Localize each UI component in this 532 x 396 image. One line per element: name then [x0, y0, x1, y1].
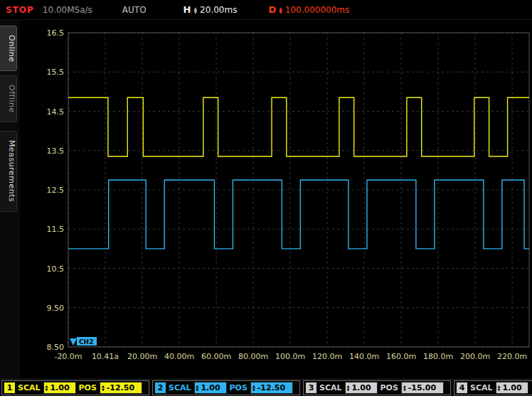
channel-2-badge[interactable]: 2 — [155, 382, 166, 393]
ch2-marker-label[interactable]: CH2 — [79, 338, 93, 346]
channel-3-scale-label: SCAL — [319, 383, 342, 392]
y-axis-tick-label: 15.5 — [47, 68, 65, 77]
delay-value[interactable]: 100.000000ms — [285, 5, 349, 15]
up-down-arrows-icon[interactable]: ▲▼ — [498, 385, 501, 391]
x-axis-tick-label: 220.0m — [497, 352, 527, 361]
up-down-arrows-icon[interactable]: ▲▼ — [252, 385, 255, 391]
up-down-arrows-icon[interactable]: ▲ ▼ — [279, 6, 282, 14]
y-axis-tick-label: 13.5 — [47, 146, 65, 156]
channel-4-scale-label: SCAL — [470, 383, 493, 392]
horizontal-timebase-control[interactable]: H ▲ ▼ 20.00ms — [183, 4, 238, 15]
tab-online[interactable]: Online — [0, 26, 17, 71]
trigger-mode: AUTO — [122, 5, 147, 15]
spin-down-icon[interactable]: ▼ — [102, 388, 105, 392]
up-down-arrows-icon[interactable]: ▲ ▼ — [193, 6, 197, 14]
channel-3-pos-value[interactable]: ▲▼ -15.00 — [401, 382, 444, 394]
sidebar: Online Offline Measurements — [0, 20, 20, 379]
ch1-trace — [68, 97, 529, 156]
status-bar: STOP 10.00MSa/s AUTO H ▲ ▼ 20.00ms D ▲ ▼… — [0, 0, 532, 20]
channel-1-scale-label: SCAL — [18, 383, 41, 392]
x-axis-tick-label: 140.0m — [349, 352, 379, 361]
pos-value-text: -12.50 — [107, 383, 134, 392]
sample-rate: 10.00MSa/s — [43, 5, 92, 15]
channel-4-badge[interactable]: 4 — [457, 382, 467, 393]
up-down-arrows-icon[interactable]: ▲▼ — [46, 385, 48, 391]
x-axis-tick-label: 80.00m — [238, 352, 268, 361]
tab-measurements[interactable]: Measurements — [0, 131, 17, 211]
up-down-arrows-icon[interactable]: ▲▼ — [102, 385, 105, 391]
channel-bar: 1 SCAL ▲▼ 1.00 POS ▲▼ -12.50 2 SCAL ▲▼ 1… — [0, 379, 532, 396]
ch2-trace — [68, 180, 529, 249]
x-axis-tick-label: -20.0m — [54, 352, 82, 361]
pos-value-text: -12.50 — [257, 383, 285, 392]
ch2-marker-triangle-icon[interactable] — [70, 338, 77, 346]
spin-down-icon[interactable]: ▼ — [347, 388, 350, 392]
channel-1-pos-value[interactable]: ▲▼ -12.50 — [100, 382, 142, 394]
oscilloscope-graticule: CH216.515.514.513.512.511.510.59.508.50-… — [20, 20, 532, 379]
channel-4-controls: 4 SCAL ▲▼ 1.00 — [454, 380, 532, 395]
y-axis-tick-label: 16.5 — [47, 28, 65, 38]
scale-value-text: 1.00 — [351, 383, 371, 392]
channel-1-badge[interactable]: 1 — [4, 382, 15, 393]
x-axis-tick-label: 200.0m — [460, 352, 490, 361]
timebase-value[interactable]: 20.00ms — [200, 5, 237, 15]
main-area: Online Offline Measurements CH216.515.51… — [0, 20, 532, 379]
x-axis-tick-label: 60.00m — [201, 352, 231, 361]
up-down-arrows-icon[interactable]: ▲▼ — [403, 385, 406, 391]
channel-3-controls: 3 SCAL ▲▼ 1.00 POS ▲▼ -15.00 — [303, 380, 451, 395]
x-axis-tick-label: 10.41a — [92, 352, 119, 361]
waveform-display: CH216.515.514.513.512.511.510.59.508.50-… — [20, 20, 532, 379]
acquisition-status: STOP — [6, 5, 34, 15]
channel-2-pos-label: POS — [230, 383, 248, 392]
spin-down-icon[interactable]: ▼ — [403, 388, 406, 392]
up-down-arrows-icon[interactable]: ▲▼ — [347, 385, 350, 391]
tab-offline[interactable]: Offline — [0, 75, 17, 122]
spin-down-icon[interactable]: ▼ — [279, 10, 282, 14]
spin-down-icon[interactable]: ▼ — [193, 10, 197, 14]
x-axis-tick-label: 40.00m — [164, 352, 194, 361]
channel-1-controls: 1 SCAL ▲▼ 1.00 POS ▲▼ -12.50 — [1, 380, 149, 395]
channel-3-badge[interactable]: 3 — [306, 382, 316, 393]
channel-3-pos-label: POS — [381, 383, 398, 392]
channel-1-scale-value[interactable]: ▲▼ 1.00 — [43, 382, 76, 394]
spin-down-icon[interactable]: ▼ — [196, 388, 199, 392]
y-axis-tick-label: 10.5 — [47, 264, 65, 274]
channel-4-scale-value[interactable]: ▲▼ 1.00 — [496, 382, 528, 394]
y-axis-tick-label: 9.50 — [47, 304, 65, 313]
y-axis-tick-label: 11.5 — [47, 225, 65, 234]
delay-label: D — [268, 4, 276, 15]
timebase-label: H — [183, 4, 191, 15]
channel-3-scale-value[interactable]: ▲▼ 1.00 — [345, 382, 378, 394]
channel-2-scale-label: SCAL — [169, 383, 191, 392]
spin-down-icon[interactable]: ▼ — [252, 388, 255, 392]
y-axis-tick-label: 12.5 — [47, 186, 65, 195]
scale-value-text: 1.00 — [201, 383, 220, 392]
channel-2-controls: 2 SCAL ▲▼ 1.00 POS ▲▼ -12.50 — [152, 380, 300, 395]
x-axis-tick-label: 180.0m — [423, 352, 453, 361]
up-down-arrows-icon[interactable]: ▲▼ — [196, 385, 199, 391]
x-axis-tick-label: 20.00m — [127, 352, 157, 361]
x-axis-tick-label: 100.0m — [275, 352, 305, 361]
channel-2-pos-value[interactable]: ▲▼ -12.50 — [250, 382, 293, 394]
scale-value-text: 1.00 — [502, 383, 521, 392]
trigger-delay-control[interactable]: D ▲ ▼ 100.000000ms — [268, 4, 349, 15]
y-axis-tick-label: 8.50 — [47, 343, 65, 352]
spin-down-icon[interactable]: ▼ — [498, 388, 501, 392]
spin-down-icon[interactable]: ▼ — [46, 388, 48, 392]
channel-1-pos-label: POS — [79, 383, 97, 392]
y-axis-tick-label: 14.5 — [47, 107, 65, 117]
pos-value-text: -15.00 — [408, 383, 436, 392]
x-axis-tick-label: 160.0m — [386, 352, 416, 361]
scale-value-text: 1.00 — [50, 383, 69, 392]
x-axis-tick-label: 120.0m — [312, 352, 342, 361]
channel-2-scale-value[interactable]: ▲▼ 1.00 — [194, 382, 227, 394]
